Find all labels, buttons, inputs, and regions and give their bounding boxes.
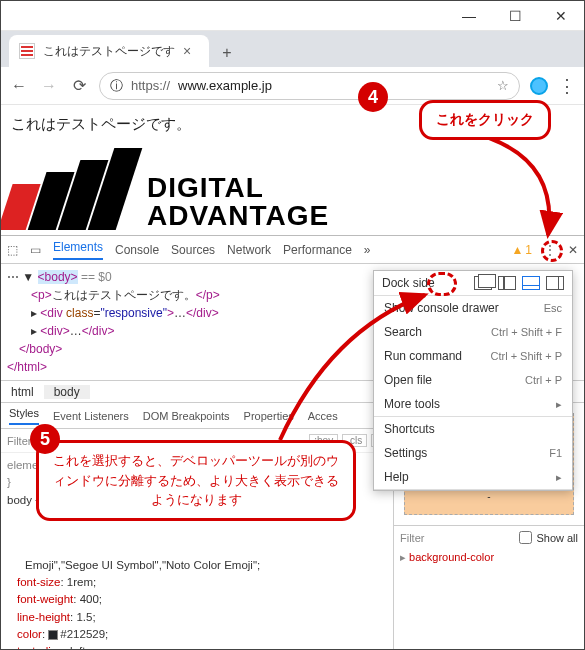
annotation-number-4: 4 [358, 82, 388, 112]
url-host: www.example.jp [178, 78, 272, 93]
annotation-arrow-4 [430, 120, 570, 260]
dock-bottom-icon[interactable] [522, 276, 540, 290]
annotation-highlight-kebab [541, 240, 563, 262]
crumb-body[interactable]: body [44, 385, 90, 399]
tab-console[interactable]: Console [115, 243, 159, 257]
tab-close-button[interactable]: × [183, 43, 191, 59]
tab-performance[interactable]: Performance [283, 243, 352, 257]
browser-tab[interactable]: これはテストページです × [9, 35, 209, 67]
annotation-callout-5: これを選択すると、デベロッパーツールが別のウィンドウに分離するため、より大きく表… [36, 440, 356, 521]
computed-filter-input[interactable]: Filter [400, 532, 424, 544]
tab-title: これはテストページです [43, 43, 175, 60]
maximize-button[interactable]: ☐ [492, 1, 538, 31]
forward-button[interactable]: → [39, 77, 59, 95]
back-button[interactable]: ← [9, 77, 29, 95]
bookmark-star-icon[interactable]: ☆ [497, 78, 509, 93]
tab-event-listeners[interactable]: Event Listeners [53, 410, 129, 422]
minimize-button[interactable]: — [446, 1, 492, 31]
tab-styles[interactable]: Styles [9, 407, 39, 425]
device-toolbar-icon[interactable]: ▭ [30, 243, 41, 257]
dock-left-icon[interactable] [498, 276, 516, 290]
dock-right-icon[interactable] [546, 276, 564, 290]
tab-strip: これはテストページです × + [1, 31, 584, 67]
menu-help[interactable]: Help▸ [374, 465, 572, 489]
color-swatch-icon[interactable] [48, 630, 58, 640]
crumb-html[interactable]: html [1, 385, 44, 399]
tab-elements[interactable]: Elements [53, 240, 103, 260]
annotation-number-5: 5 [30, 424, 60, 454]
reload-button[interactable]: ⟳ [69, 76, 89, 95]
more-tabs-icon[interactable]: » [364, 243, 371, 257]
logo-bars-icon [1, 148, 142, 230]
inspect-element-icon[interactable]: ⬚ [7, 243, 18, 257]
url-input[interactable]: ⓘ https://www.example.jp ☆ [99, 72, 520, 100]
chrome-menu-button[interactable]: ⋮ [558, 75, 576, 97]
new-tab-button[interactable]: + [213, 39, 241, 67]
annotation-highlight-undock [427, 272, 457, 296]
annotation-callout-4: これをクリック [419, 100, 551, 140]
window-titlebar: — ☐ ✕ [1, 1, 584, 31]
dock-undock-icon[interactable] [474, 276, 492, 290]
tab-dom-breakpoints[interactable]: DOM Breakpoints [143, 410, 230, 422]
tab-network[interactable]: Network [227, 243, 271, 257]
annotation-arrow-5 [260, 290, 460, 450]
computed-list[interactable]: ▸ background-color [394, 549, 584, 566]
favicon-icon [19, 43, 35, 59]
url-scheme: https:// [131, 78, 170, 93]
tab-sources[interactable]: Sources [171, 243, 215, 257]
extension-icon[interactable] [530, 77, 548, 95]
site-info-icon[interactable]: ⓘ [110, 77, 123, 95]
computed-filter-bar: Filter Show all [394, 525, 584, 549]
show-all-checkbox[interactable]: Show all [519, 531, 578, 544]
close-window-button[interactable]: ✕ [538, 1, 584, 31]
logo-text: DIGITAL ADVANTAGE [147, 174, 329, 230]
